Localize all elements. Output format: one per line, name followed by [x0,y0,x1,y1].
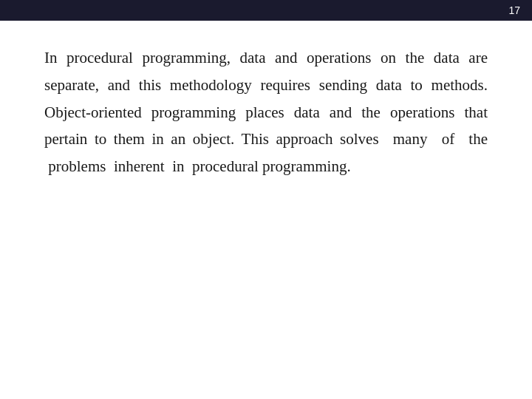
header-bar [0,0,532,21]
main-paragraph: In procedural programming, data and oper… [44,44,488,180]
slide-number-text: 17 [508,4,520,16]
slide-number: 17 [497,0,532,21]
content-area: In procedural programming, data and oper… [44,44,488,369]
slide-container: 17 In procedural programming, data and o… [0,0,532,399]
